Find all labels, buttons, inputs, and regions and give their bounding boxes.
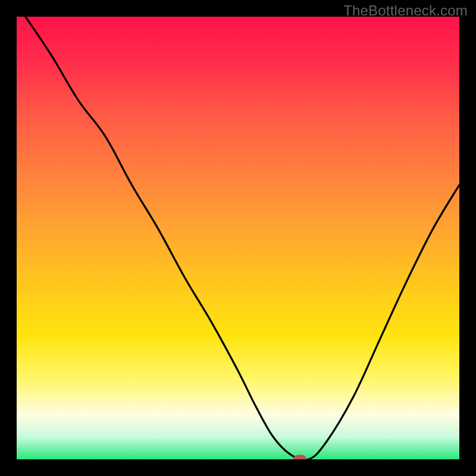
bottleneck-curve	[17, 17, 459, 459]
optimal-point-marker	[293, 455, 306, 460]
chart-frame: TheBottleneck.com	[0, 0, 476, 476]
watermark-text: TheBottleneck.com	[343, 2, 468, 19]
plot-area	[17, 17, 459, 459]
